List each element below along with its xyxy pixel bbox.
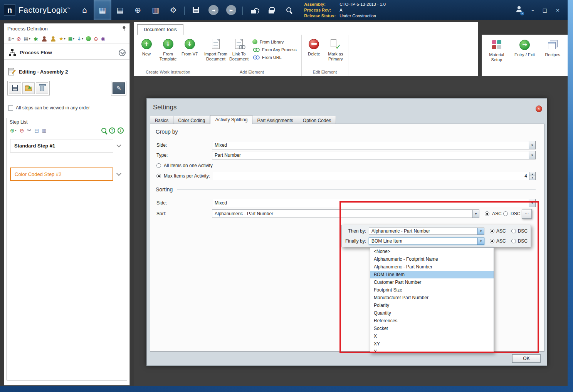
stop-button[interactable]: ⊖ <box>94 36 98 42</box>
dropdown-option[interactable]: Polarity <box>370 302 494 309</box>
forward-button[interactable]: ► <box>222 0 240 20</box>
move-down-button[interactable]: ↓ <box>118 127 124 134</box>
dropdown-option[interactable]: Customer Part Number <box>370 278 494 286</box>
pin-icon[interactable] <box>122 26 126 32</box>
combo-arrow-icon[interactable]: ▾ <box>477 238 484 245</box>
step-item-standard[interactable]: Standard Step #1 <box>10 139 113 152</box>
cut-step-button[interactable]: ✂ <box>27 127 31 133</box>
tab-part-assignments[interactable]: Part Assignments <box>252 116 298 124</box>
lock-button[interactable] <box>262 0 280 20</box>
record-button[interactable]: ◉ <box>101 36 105 42</box>
delete-doc-button[interactable] <box>36 82 48 94</box>
any-order-checkbox[interactable] <box>8 106 13 111</box>
dropdown-option[interactable]: <None> <box>370 248 494 255</box>
unlock-button[interactable] <box>245 0 262 20</box>
sort-combobox[interactable]: Alphanumeric - Part Number ▾ <box>212 209 479 218</box>
recipes-button[interactable]: Recipes <box>539 36 566 76</box>
from-v7-button[interactable]: ↓ From V7 <box>179 35 200 57</box>
finally-by-combobox[interactable]: BOM Line Item ▾ <box>369 238 484 245</box>
ok-button[interactable]: OK <box>512 354 541 363</box>
user-button[interactable] <box>516 6 522 14</box>
radio-icon[interactable] <box>485 211 489 216</box>
dropdown-option[interactable]: Y <box>370 348 494 353</box>
edit-mode-button[interactable]: ✎ <box>113 82 125 94</box>
tab-color-coding[interactable]: Color Coding <box>173 116 210 124</box>
then-by-asc-option[interactable]: ASC <box>490 228 506 234</box>
side-combobox[interactable]: Mixed ▾ <box>212 141 536 149</box>
spin-up-button[interactable]: ▴ <box>529 172 535 176</box>
navigator-button[interactable]: ⊕ <box>129 0 147 20</box>
import-from-document-button[interactable]: Import From Document <box>204 35 228 62</box>
start-button[interactable] <box>86 36 91 41</box>
reports-button[interactable]: ▥ <box>147 0 165 20</box>
dropdown-option[interactable]: XY <box>370 340 494 348</box>
favorites-button[interactable]: ★▾ <box>59 36 66 42</box>
entry-exit-button[interactable]: → Entry / Exit <box>512 36 538 76</box>
close-button[interactable]: × <box>556 7 560 13</box>
sorting-side-combobox[interactable]: Mixed ▾ <box>212 199 536 207</box>
new-button[interactable]: + New <box>136 35 157 57</box>
process-flow-row[interactable]: Process Flow <box>4 46 129 60</box>
dropdown-option[interactable]: Footprint Size <box>370 286 494 294</box>
process-definition-button[interactable]: ▦ <box>94 0 111 20</box>
import-doc-button[interactable] <box>22 82 35 94</box>
combo-arrow-icon[interactable]: ▾ <box>472 210 479 218</box>
radio-icon[interactable] <box>156 174 161 178</box>
zoom-step-icon[interactable] <box>101 127 107 133</box>
minimize-button[interactable]: – <box>531 7 534 13</box>
combo-arrow-icon[interactable]: ▾ <box>529 151 535 159</box>
dropdown-option[interactable]: Manufacturer Part Number <box>370 294 494 302</box>
combo-arrow-icon[interactable]: ▾ <box>529 199 535 207</box>
tab-document-tools[interactable]: Document Tools <box>137 24 183 35</box>
add-step-button[interactable]: ⊕▾ <box>10 127 17 134</box>
trainer-button[interactable] <box>50 36 56 42</box>
more-sort-options-button[interactable]: ... <box>522 209 532 219</box>
then-by-combobox[interactable]: Alphanumeric - Part Number ▾ <box>369 228 484 235</box>
save-doc-button[interactable] <box>9 82 21 94</box>
disable-button[interactable]: ⊘ <box>17 36 21 42</box>
save-button[interactable] <box>187 0 205 20</box>
dropdown-option[interactable]: References <box>370 317 494 325</box>
dropdown-option[interactable]: Quantity <box>370 309 494 317</box>
remove-step-button[interactable]: ⊖ <box>20 127 24 134</box>
dropdown-option[interactable]: X <box>370 332 494 340</box>
dropdown-option-selected[interactable]: BOM Line Item <box>370 271 494 278</box>
max-items-radio-option[interactable]: Max Items per Activity: <box>156 173 210 179</box>
sort-asc-option[interactable]: ASC <box>485 211 502 216</box>
all-items-radio-option[interactable]: All Items on one Activity <box>156 163 213 168</box>
dialog-close-button[interactable]: × <box>536 106 542 112</box>
material-setup-button[interactable]: Material Setup <box>484 36 510 76</box>
process-burst-button[interactable]: ∗ <box>33 35 39 43</box>
radio-icon[interactable] <box>490 239 494 243</box>
radio-icon[interactable] <box>156 163 161 168</box>
finally-by-dsc-option[interactable]: DSC <box>511 238 528 244</box>
combo-arrow-icon[interactable]: ▾ <box>477 228 484 235</box>
chevron-down-icon[interactable] <box>116 171 121 176</box>
from-url-button[interactable]: From URL <box>252 55 297 60</box>
inspect-button[interactable] <box>280 0 298 20</box>
back-button[interactable]: ◄ <box>205 0 222 20</box>
dropdown-option[interactable]: Alphanumeric - Footprint Name <box>370 255 494 263</box>
print-button[interactable]: ▤▾ <box>24 36 30 42</box>
dropdown-option[interactable]: Socket <box>370 325 494 332</box>
link-to-document-button[interactable]: Link To Document <box>228 35 250 62</box>
then-by-dsc-option[interactable]: DSC <box>511 228 528 234</box>
finally-by-asc-option[interactable]: ASC <box>490 238 506 244</box>
radio-icon[interactable] <box>511 239 516 243</box>
from-library-button[interactable]: From Library <box>252 39 297 44</box>
spin-down-button[interactable]: ▾ <box>529 176 535 180</box>
dropdown-option[interactable]: Alphanumeric - Part Number <box>370 263 494 271</box>
chevron-down-icon[interactable] <box>116 142 121 147</box>
materials-button[interactable]: ▦▾ <box>68 36 74 42</box>
move-up-button[interactable]: ↑ <box>109 127 115 134</box>
radio-icon[interactable] <box>511 229 516 233</box>
radio-icon[interactable] <box>503 211 508 216</box>
step-item-color-coded[interactable]: Color Coded Step #2 <box>10 168 113 181</box>
radio-icon[interactable] <box>490 229 494 233</box>
tab-option-codes[interactable]: Option Codes <box>298 116 336 124</box>
home-button[interactable]: ⌂ <box>76 0 94 20</box>
combo-arrow-icon[interactable]: ▾ <box>529 141 535 149</box>
from-any-process-button[interactable]: From Any Process <box>252 47 297 52</box>
type-combobox[interactable]: Part Number ▾ <box>212 151 536 159</box>
copy-step-button[interactable]: ▤ <box>34 128 39 133</box>
